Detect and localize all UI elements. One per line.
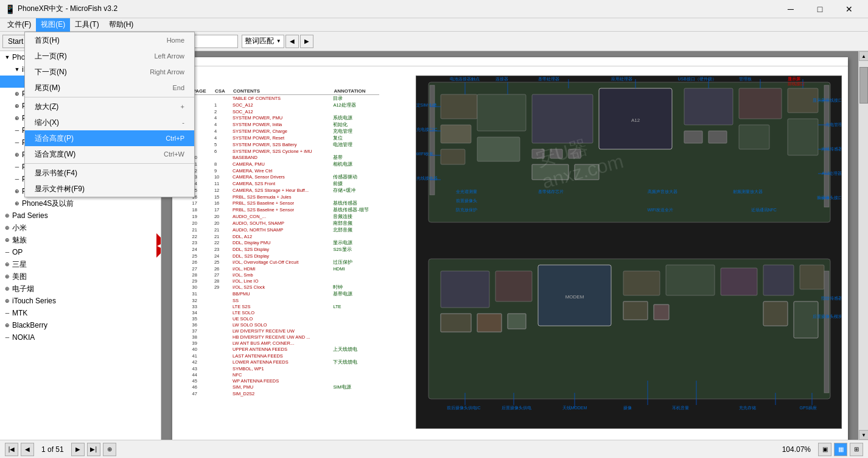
close-button[interactable]: ✕ [835,0,863,18]
anno-mgmt: 管理板 [739,76,752,82]
toc-row[interactable]: 1920AUDIO_CON_...音频连接 [191,213,379,220]
toc-row[interactable]: 1817PRBL, S2S Baseline + Sensor基线传感器-细节 [191,206,379,213]
menu-tools[interactable]: 工具(T) [70,18,103,32]
menu-zoom-out[interactable]: 缩小(X) - [25,114,194,130]
menu-file[interactable]: 文件(F) [2,18,36,32]
prev-nav-button[interactable]: ◀ [285,35,299,48]
toc-row[interactable]: 33LTE S2SLTE [191,303,379,309]
toc-row[interactable]: 2827I/OL, Smb [191,272,379,278]
sidebar-item-pad[interactable]: ⊕ Pad Series [0,210,161,222]
scroll-track[interactable] [859,61,868,430]
sidebar-item-samsung[interactable]: ⊕ 三星 [0,258,161,270]
menu-zoom-in[interactable]: 放大(Z) + [25,99,194,114]
menu-help[interactable]: 帮助(H) [104,18,139,32]
menu-prev-page[interactable]: 上一页(R) Left Arrow [25,48,194,64]
scroll-up-btn[interactable]: ▲ [859,51,868,61]
maximize-button[interactable]: □ [806,0,834,18]
menu-next-page[interactable]: 下一页(N) Right Arrow [25,64,194,80]
toc-row[interactable]: 37LW DIVERSITY RECEIVE UW [191,328,379,334]
toc-row[interactable]: 36LW SOLO SOLO [191,322,379,328]
sidebar-item-blackberry[interactable]: ⊕ BlackBerry [0,319,161,331]
anno-b2: 后置摄像头供电 [502,405,531,411]
toc-row[interactable]: 1TABLE OF CONTENTS目录 [191,95,379,102]
toc-row[interactable]: 31BB/PMU基带电源 [191,291,379,297]
toc-row[interactable]: 35UE SOLO [191,315,379,322]
toc-row[interactable]: 2121AUDIO, NORTH SNAMP北部音频 [191,227,379,233]
toc-row[interactable]: 44SYSTEM POWER, PMU系统电源 [191,114,379,121]
toc-cell [212,95,231,102]
menu-home[interactable]: 首页(H) Home [25,32,194,48]
menu-show-bookmarks[interactable]: 显示书签(F4) [25,165,194,181]
toc-row[interactable]: 1615PRBL, S2S Bermuda + Jules [191,194,379,200]
toc-row[interactable]: 129CAMERA, Wire Ctrl [191,167,379,174]
toc-row[interactable]: 1716PRBL, S2S Baseline + Sensor基线传感器 [191,200,379,206]
minimize-button[interactable]: ─ [777,0,805,18]
menu-end-page[interactable]: 尾页(M) End [25,80,194,96]
toc-row[interactable]: 2524DDL, S2S Display [191,253,379,259]
sidebar-item-meitu[interactable]: ⊕ 美图 [0,270,161,283]
toc-row[interactable]: 1512CAMERA, S2S Storage + Heur Buff...存储… [191,187,379,194]
toc-body: 1TABLE OF CONTENTS目录21SOC_A12A12处理器32SOC… [191,95,379,397]
toc-row[interactable]: 54SYSTEM POWER, Initia初始化 [191,121,379,128]
toc-row[interactable]: 46SIM, PMUSIM电源 [191,384,379,390]
scroll-down-btn[interactable]: ▼ [859,430,868,440]
sidebar-item-ecig[interactable]: ⊕ 电子烟 [0,283,161,295]
first-page-btn[interactable]: |◀ [5,443,18,456]
toc-cell: I/OL, Line IO [231,278,331,284]
toc-row[interactable]: 2726I/OL, HDMIHDMI [191,266,379,272]
toc-row[interactable]: 2625I/OL, Overvoltage Cut-Off Circuit过压保… [191,259,379,266]
toc-cell: 29 [191,278,212,284]
toc-row[interactable]: 40UPPER ANTENNA FEEDS上天线馈电 [191,346,379,353]
grid-view-btn[interactable]: ⊞ [850,443,863,456]
toc-row[interactable]: 64SYSTEM POWER, Charge充电管理 [191,128,379,135]
toc-row[interactable]: 2020AUDIO, SOUTH, SNAMP南部音频 [191,220,379,227]
toc-row[interactable]: 47SIM_D2S2 [191,390,379,396]
toc-cell: 40 [191,346,212,353]
sidebar-item-mtk[interactable]: ─ MTK [0,307,161,319]
toc-row[interactable]: 74SYSTEM POWER, Reset复位 [191,135,379,141]
sidebar-item-itouch[interactable]: ⊕ iTouch Series [0,295,161,307]
search-mode-dropdown[interactable]: 整词匹配 ▼ [242,35,284,48]
sidebar-item-xiaomi[interactable]: ⊕ 小米 [0,222,161,234]
next-page-btn[interactable]: ▶ [71,443,85,456]
add-page-btn[interactable]: ⊕ [103,443,116,456]
menu-fit-height[interactable]: 适合高度(P) Ctrl+P [25,130,194,146]
toc-row[interactable]: 43SYMBOL, WP1 [191,365,379,372]
sidebar-item-op[interactable]: ─ OP [0,246,161,258]
toc-row[interactable]: 3029I/OL, S2S Clock时钟 [191,284,379,291]
toc-row[interactable]: 96SYSTEM POWER, S2S Cyclone + iMU [191,148,379,154]
toc-row[interactable]: 2928I/OL, Line IO [191,278,379,284]
sidebar-item-phone4s[interactable]: ⊕ Phone4S及以前 [0,197,161,210]
toc-row[interactable]: 1310CAMERA, Sensor Drivers传感器驱动 [191,174,379,180]
toc-row[interactable]: 32SS [191,297,379,303]
menu-view[interactable]: 视图(E) [36,18,70,32]
toc-row[interactable]: 21SOC_A12A12处理器 [191,102,379,108]
sidebar-item-meizu[interactable]: ⊕ 魅族 [0,234,161,246]
last-page-btn[interactable]: ▶| [87,443,100,456]
toc-row[interactable]: 118CAMERA, PMU相机电源 [191,161,379,167]
toc-row[interactable]: 42LOWER ANTENNA FEEDS下天线馈电 [191,359,379,365]
toc-row[interactable]: 34LTE SOLO [191,309,379,315]
toc-row[interactable]: 39LW ANT BUS AMP, COINER... [191,340,379,346]
toc-row[interactable]: 44NFC [191,372,379,378]
menu-show-filetree[interactable]: 显示文件树(F9) [25,181,194,197]
single-view-btn[interactable]: ▣ [818,443,831,456]
toc-row[interactable]: 10BASEBAND基带 [191,154,379,161]
prev-page-btn[interactable]: ◀ [21,443,34,456]
menu-fit-width[interactable]: 适合宽度(W) Ctrl+W [25,146,194,162]
expand-icon: ⊕ [12,89,22,99]
toc-row[interactable]: 1411CAMERA, S2S Front前摄 [191,180,379,187]
toc-row[interactable]: 32SOC_A12 [191,108,379,114]
sidebar-item-nokia[interactable]: ─ NOKIA [0,331,161,344]
toc-row[interactable]: 2221DDL, A12 [191,233,379,239]
toc-row[interactable]: 45WP ANTENNA FEEDS [191,378,379,384]
toc-row[interactable]: 85SYSTEM POWER, S2S Battery电池管理 [191,141,379,148]
toc-row[interactable]: 38HB DIVERSITY RECEIVE UW AND ... [191,334,379,340]
toc-row[interactable]: 2423DDL, S2S DisplayS2S显示 [191,246,379,253]
double-view-btn[interactable]: ▦ [834,443,847,456]
scroll-thumb[interactable] [859,67,868,104]
toc-row[interactable]: 2322DDL, Display PMU显示电源 [191,239,379,246]
toc-cell: I/OL, Overvoltage Cut-Off Circuit [231,259,331,266]
toc-row[interactable]: 41LAST ANTENNA FEEDS [191,353,379,359]
next-nav-button[interactable]: ▶ [300,35,313,48]
